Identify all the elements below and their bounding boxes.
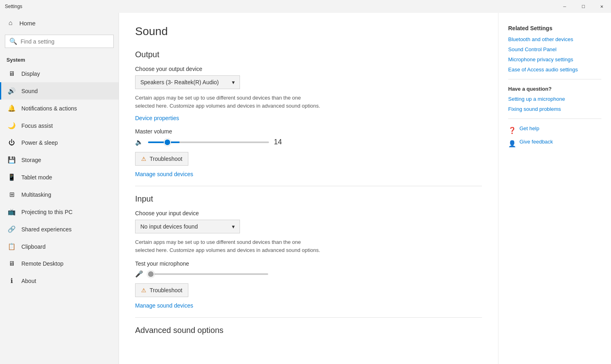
mic-slider-row: 🎤 (135, 270, 482, 278)
input-device-label: Choose your input device (135, 210, 482, 216)
device-properties-link[interactable]: Device properties (135, 115, 179, 121)
output-manage-sound-link[interactable]: Manage sound devices (135, 171, 193, 177)
title-bar-left: Settings (5, 4, 22, 9)
app-container: ⌂ Home 🔍 System 🖥 Display 🔊 Sound 🔔 Noti… (0, 13, 611, 364)
get-help-row[interactable]: ❓ Get help (508, 125, 601, 135)
sidebar-item-multitasking[interactable]: ⊞ Multitasking (0, 186, 119, 203)
sound-icon: 🔊 (8, 87, 16, 95)
sidebar-item-label: Notifications & actions (21, 105, 77, 112)
about-icon: ℹ (8, 277, 16, 285)
output-device-label: Choose your output device (135, 66, 482, 72)
fixing-sound-link[interactable]: Fixing sound problems (508, 106, 601, 112)
mic-icon: 🎤 (135, 270, 143, 278)
notifications-icon: 🔔 (8, 104, 16, 112)
title-bar: Settings ─ ☐ ✕ (0, 0, 611, 13)
clipboard-icon: 📋 (8, 243, 16, 250)
sidebar-item-label: About (21, 278, 36, 284)
setup-microphone-link[interactable]: Setting up a microphone (508, 96, 601, 102)
help-feedback-divider (508, 119, 601, 119)
input-helper-text: Certain apps may be set up to use differ… (135, 238, 321, 254)
output-input-divider (135, 186, 482, 186)
mic-test-slider[interactable] (147, 273, 268, 275)
mic-test-label: Test your microphone (135, 260, 482, 267)
give-feedback-link[interactable]: Give feedback (519, 139, 553, 145)
bluetooth-link[interactable]: Bluetooth and other devices (508, 36, 601, 42)
speaker-icon: 🔈 (135, 138, 143, 146)
search-box[interactable]: 🔍 (5, 35, 114, 48)
output-device-dropdown[interactable]: Speakers (3- Realtek(R) Audio) ▾ (135, 75, 240, 89)
sidebar-item-focus[interactable]: 🌙 Focus assist (0, 117, 119, 134)
sidebar-item-label: Storage (21, 157, 41, 163)
master-volume-slider[interactable] (148, 141, 269, 143)
chevron-down-icon: ▾ (232, 79, 235, 85)
volume-label: Master volume (135, 128, 482, 135)
search-input[interactable] (21, 38, 109, 45)
input-troubleshoot-button[interactable]: ⚠ Troubleshoot (135, 283, 188, 297)
sidebar-item-sound[interactable]: 🔊 Sound (0, 82, 119, 100)
sound-control-panel-link[interactable]: Sound Control Panel (508, 46, 601, 52)
sidebar-item-label: Clipboard (21, 243, 46, 250)
tablet-icon: 📱 (8, 173, 16, 181)
page-title: Sound (135, 25, 482, 38)
sidebar-item-label: Power & sleep (21, 139, 58, 146)
output-troubleshoot-button[interactable]: ⚠ Troubleshoot (135, 152, 188, 166)
sidebar-item-clipboard[interactable]: 📋 Clipboard (0, 238, 119, 255)
home-label: Home (19, 20, 35, 27)
give-feedback-row[interactable]: 👤 Give feedback (508, 139, 601, 149)
sidebar-item-label: Projecting to this PC (21, 209, 73, 215)
sidebar-item-label: Tablet mode (21, 174, 52, 181)
app-title: Settings (5, 4, 22, 9)
sidebar-item-home[interactable]: ⌂ Home (0, 13, 119, 33)
sidebar-item-label: Sound (21, 88, 38, 94)
get-help-icon: ❓ (508, 127, 516, 134)
volume-value: 14 (274, 138, 286, 146)
title-bar-controls: ─ ☐ ✕ (555, 0, 611, 13)
shared-icon: 🔗 (8, 225, 16, 233)
projecting-icon: 📺 (8, 208, 16, 216)
sidebar-item-label: Focus assist (21, 123, 53, 129)
sidebar-item-about[interactable]: ℹ About (0, 272, 119, 289)
sidebar-item-shared[interactable]: 🔗 Shared experiences (0, 220, 119, 238)
input-manage-sound-link[interactable]: Manage sound devices (135, 302, 193, 309)
sidebar-item-remote[interactable]: 🖥 Remote Desktop (0, 255, 119, 272)
minimize-button[interactable]: ─ (555, 0, 574, 13)
input-device-dropdown[interactable]: No input devices found ▾ (135, 220, 240, 233)
related-settings-title: Related Settings (508, 25, 601, 31)
sidebar-item-label: Remote Desktop (21, 260, 63, 267)
have-question-title: Have a question? (508, 86, 601, 92)
close-button[interactable]: ✕ (592, 0, 611, 13)
get-help-link[interactable]: Get help (519, 125, 539, 131)
home-icon: ⌂ (6, 19, 15, 27)
output-section-title: Output (135, 50, 482, 59)
power-icon: ⏻ (8, 139, 16, 146)
sidebar-item-projecting[interactable]: 📺 Projecting to this PC (0, 203, 119, 220)
right-panel: Related Settings Bluetooth and other dev… (498, 13, 611, 364)
sidebar-item-label: Display (21, 71, 40, 77)
input-section-title: Input (135, 194, 482, 204)
focus-icon: 🌙 (8, 122, 16, 129)
maximize-button[interactable]: ☐ (574, 0, 592, 13)
output-helper-text: Certain apps may be set up to use differ… (135, 94, 321, 110)
output-device-value: Speakers (3- Realtek(R) Audio) (140, 79, 219, 85)
sidebar-item-label: Shared experiences (21, 226, 72, 233)
remote-icon: 🖥 (8, 260, 16, 267)
warning-icon: ⚠ (141, 156, 146, 162)
sidebar-item-storage[interactable]: 💾 Storage (0, 151, 119, 168)
warning-icon-input: ⚠ (141, 287, 146, 293)
storage-icon: 💾 (8, 156, 16, 164)
chevron-down-icon: ▾ (232, 223, 235, 230)
volume-row: 🔈 14 (135, 138, 482, 146)
sidebar-section-label: System (0, 53, 119, 65)
sidebar-item-label: Multitasking (21, 191, 51, 198)
sidebar-item-tablet[interactable]: 📱 Tablet mode (0, 168, 119, 186)
input-device-value: No input devices found (140, 223, 198, 230)
ease-of-access-link[interactable]: Ease of Access audio settings (508, 67, 601, 73)
advanced-section-title: Advanced sound options (135, 326, 482, 335)
main-content: Sound Output Choose your output device S… (119, 13, 498, 364)
sidebar-item-display[interactable]: 🖥 Display (0, 65, 119, 82)
sidebar-item-notifications[interactable]: 🔔 Notifications & actions (0, 100, 119, 117)
microphone-privacy-link[interactable]: Microphone privacy settings (508, 56, 601, 62)
input-troubleshoot-label: Troubleshoot (150, 287, 182, 293)
multitasking-icon: ⊞ (8, 191, 16, 198)
sidebar-item-power[interactable]: ⏻ Power & sleep (0, 134, 119, 151)
